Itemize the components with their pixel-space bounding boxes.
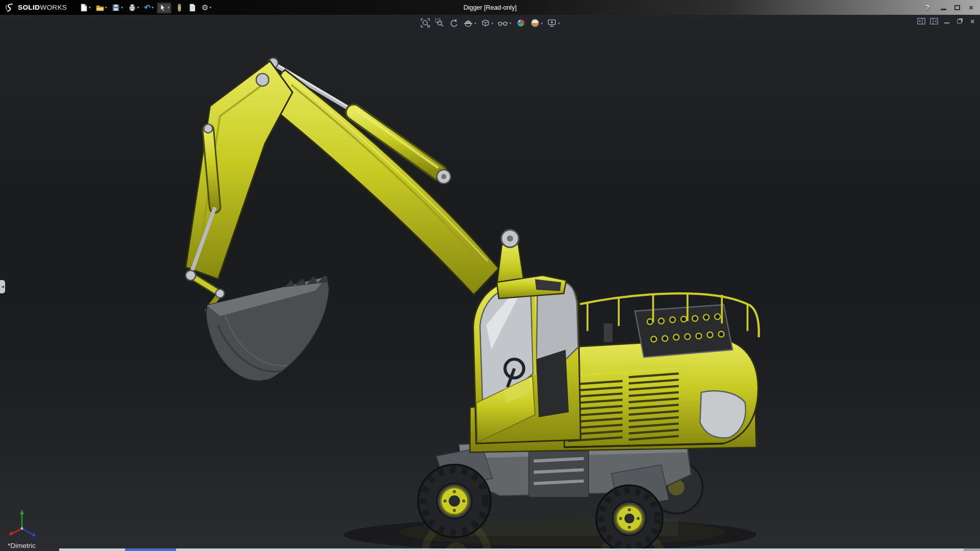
view-cube-icon [480,18,491,28]
save-icon [112,4,120,12]
zoom-to-fit-button[interactable] [420,17,431,29]
standard-toolbar: ▾ ▾ ▾ ▾ ↶ ▾ [78,2,213,13]
orientation-triad [8,508,48,540]
solidworks-logo-icon [5,3,15,12]
cab [473,276,581,444]
view-orientation-button[interactable]: ▾ [480,17,494,29]
maximize-icon [954,5,960,10]
dropdown-caret-icon[interactable]: ▾ [89,6,91,9]
print-button[interactable]: ▾ [127,3,141,13]
section-view-icon [463,18,473,28]
graphics-viewport[interactable]: ▾ ▾ ▾ [0,15,980,551]
view-settings-icon [547,18,557,28]
dropdown-caret-icon[interactable]: ▾ [121,6,123,9]
pane-split-left-button[interactable] [917,17,925,25]
close-icon: × [969,4,973,11]
zoom-to-fit-icon [420,18,430,28]
section-view-button[interactable]: ▾ [462,17,477,29]
view-orientation-label: *Dimetric [8,542,36,549]
minimize-icon [944,22,949,24]
titlebar: SOLIDWORKS ▾ ▾ ▾ [0,0,980,15]
document-restore-button[interactable] [955,17,964,25]
edit-appearance-button[interactable] [515,17,526,29]
print-icon [128,4,136,12]
close-button[interactable]: × [967,4,975,11]
previous-view-button[interactable] [448,17,459,29]
help-button[interactable]: ? [923,4,932,11]
new-document-button[interactable]: ▾ [78,3,92,13]
dropdown-caret-icon[interactable]: ▾ [558,21,560,25]
pane-split-right-button[interactable] [930,17,938,25]
dropdown-caret-icon[interactable]: ▾ [492,21,494,25]
file-properties-button[interactable] [187,3,198,13]
dropdown-caret-icon[interactable]: ▾ [167,6,169,9]
appearance-ball-icon [516,18,526,28]
undo-icon: ↶ [144,4,151,11]
zoom-to-area-icon [434,18,445,28]
document-minimize-button[interactable] [943,17,951,25]
dropdown-caret-icon[interactable]: ▾ [541,21,543,25]
view-settings-button[interactable]: ▾ [546,17,560,29]
dropdown-caret-icon[interactable]: ▾ [474,21,476,25]
floor-reflection [344,518,756,551]
options-button[interactable]: ⚙ ▾ [200,3,213,12]
dropdown-caret-icon[interactable]: ▾ [509,21,511,25]
open-folder-icon [96,4,104,12]
app-name: SOLIDWORKS [18,4,67,11]
undo-button[interactable]: ↶ ▾ [142,3,155,12]
gear-icon: ⚙ [202,4,208,11]
dropdown-caret-icon[interactable]: ▾ [209,6,211,9]
rebuild-button[interactable] [174,3,185,13]
previous-view-icon [449,18,459,28]
scene-ball-icon [530,18,540,28]
app-name-bold: SOLID [18,4,40,11]
feature-panel-collapse-handle[interactable]: ◀ [0,280,5,293]
document-window-controls: × [917,17,976,25]
glasses-icon [497,18,508,28]
pane-split-left-icon [917,18,925,24]
wheel-rear-right [596,485,663,551]
select-cursor-icon [159,4,166,12]
zoom-to-area-button[interactable] [434,17,445,29]
taskbar-light-segment [59,548,980,551]
window-controls: ? × [923,4,975,11]
hide-show-items-button[interactable]: ▾ [497,17,512,29]
select-tool-button[interactable]: ▾ [157,2,172,13]
taskbar-blue-segment [125,548,176,551]
app-name-light: WORKS [40,4,67,11]
file-properties-icon [188,4,197,12]
new-document-icon [80,4,88,12]
bucket [206,275,330,381]
apply-scene-button[interactable]: ▾ [529,17,544,29]
boom-arm [186,58,499,311]
dropdown-caret-icon[interactable]: ▾ [152,6,154,9]
taskbar-sliver [0,548,980,551]
dropdown-caret-icon[interactable]: ▾ [105,6,107,9]
save-button[interactable]: ▾ [110,3,125,13]
dropdown-caret-icon[interactable]: ▾ [137,6,139,9]
restore-icon [957,19,962,23]
collapse-arrow-icon: ◀ [2,285,4,289]
minimize-icon [941,9,946,10]
document-close-button[interactable]: × [968,17,976,25]
open-document-button[interactable]: ▾ [94,3,109,13]
document-title: Digger [Read-only] [463,4,517,11]
excavator-3d-model[interactable] [0,15,980,551]
headsup-view-toolbar: ▾ ▾ ▾ [420,17,560,29]
maximize-button[interactable] [953,4,961,11]
rebuild-stoplight-icon [175,4,183,12]
taskbar-right-segment [964,548,980,551]
solidworks-logo: SOLIDWORKS [5,3,67,12]
wheel-front-left [418,465,491,537]
pane-split-right-icon [930,18,938,24]
minimize-button[interactable] [940,4,947,11]
close-icon: × [970,18,974,25]
